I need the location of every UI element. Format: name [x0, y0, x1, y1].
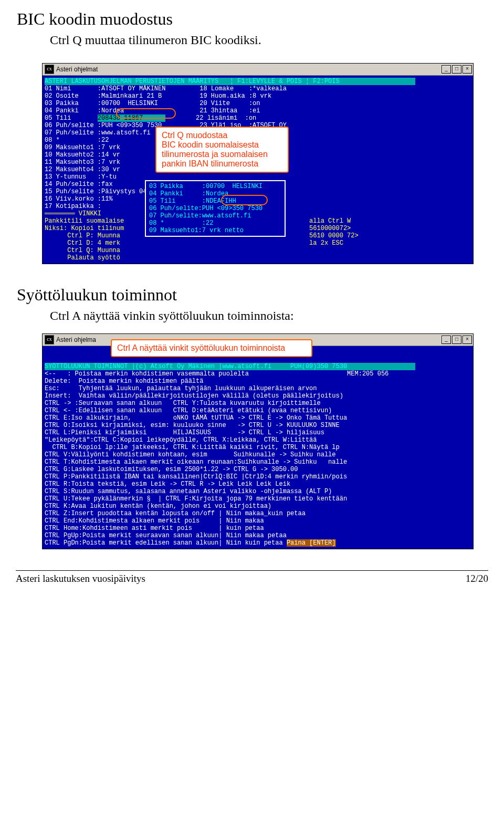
console-window-1: cx Asteri ohjelmat _ □ × ASTERI LASKUTUS…: [42, 63, 474, 264]
callout-ctrlq: Ctrl Q muodostaaBIC koodin suomalaisesta…: [155, 127, 289, 173]
maximize-button[interactable]: □: [452, 336, 461, 344]
titlebar: cx Asteri ohjelmat _ □ ×: [43, 64, 473, 76]
minimize-button[interactable]: _: [442, 336, 451, 344]
app-icon: cx: [45, 335, 54, 344]
minimize-button[interactable]: _: [442, 65, 451, 74]
terminal-content: SYÖTTÖLUUKUN TOIMINNOT |(c) Atsoft Oy Mä…: [43, 346, 473, 549]
page-title: BIC koodin muodostus: [0, 0, 504, 33]
section-title: Syöttöluukun toiminnot: [0, 264, 504, 309]
section-subtitle: Ctrl A näyttää vinkin syöttöluukun toimi…: [0, 309, 504, 328]
highlight-tili: [116, 108, 176, 119]
page-footer: Asteri laskutuksen vuosipäivitys 12/20: [16, 570, 488, 584]
close-button[interactable]: ×: [463, 336, 472, 344]
callout-ctrla: Ctrl A näyttää vinkit syöttöluukun toimi…: [111, 339, 312, 357]
overlay-popup: 03 Paikka :00700 HELSINKI 04 Pankki :Nor…: [145, 180, 286, 237]
window-title: Asteri ohjelmat: [56, 66, 442, 73]
page-subtitle: Ctrl Q muuttaa tilinumeron BIC koodiksi.: [0, 33, 504, 58]
maximize-button[interactable]: □: [452, 65, 461, 74]
app-icon: cx: [45, 65, 54, 74]
highlight-bic: [221, 195, 268, 205]
close-button[interactable]: ×: [463, 65, 472, 74]
footer-left: Asteri laskutuksen vuosipäivitys: [16, 573, 145, 584]
footer-right: 12/20: [466, 573, 488, 584]
console-window-2: cx Asteri ohjelma _ □ × SYÖTTÖLUUKUN TOI…: [42, 333, 474, 549]
